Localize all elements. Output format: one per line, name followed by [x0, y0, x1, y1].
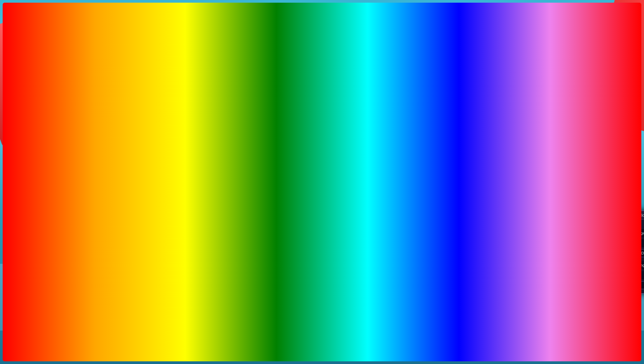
left-panel-title: Atomic HUB | Blox FruitFruit | UPDATE 18 [98, 214, 173, 219]
ping-label: Ping : 115.061 (16%CV) [147, 224, 187, 228]
right-nav-dungeon[interactable]: Dungeon [586, 252, 610, 258]
left-panel-version: Version | Free [192, 215, 215, 219]
right-nav-main[interactable]: Main [586, 222, 610, 228]
mascot-circle: 😈 [434, 160, 494, 220]
left-nav-esp[interactable]: ESP [73, 264, 97, 270]
game-thumbnail: 🌀 BLOX FRUITS [564, 264, 631, 331]
left-nav-warp[interactable]: Warp [73, 244, 97, 250]
right-toggle-label-0: Auto Farm Dungeon [616, 231, 644, 235]
select-chips-container: Select Chips : Dough [614, 249, 644, 259]
wait-dungeon-label: Wait For Dungeon [614, 222, 644, 226]
left-nav-main[interactable]: Main [73, 224, 97, 230]
auto-farm-label: AUTO FARM [98, 312, 316, 354]
bottom-text: AUTO FARM SCRIPT PASTEBIN [0, 312, 644, 354]
refresh-weapon-button[interactable]: Refresh Weapon [101, 296, 215, 304]
toggle-0[interactable] [201, 241, 213, 246]
right-panel-title: Atomic HUB | Blox FruitFruit | UPDATE 18 [614, 213, 644, 218]
toggle-label-3: White Screen [103, 271, 125, 276]
main-title: BLOX FRUITS [0, 6, 644, 60]
left-nav-misc[interactable]: Misc [73, 274, 97, 280]
android-label: ANDROID [37, 170, 169, 203]
fps-label: Fps : 60 [129, 224, 142, 228]
fps-ping-row: Fps : 60 Ping : 115.061 (16%CV) [101, 223, 215, 230]
select-weapon-label: Select Weapon : [101, 280, 215, 284]
mascot: 😈 [434, 160, 494, 220]
select-weapon-dropdown[interactable] [101, 285, 215, 293]
mobile-android-section: MOBILE ✓ ANDROID ✓ [37, 134, 198, 204]
mobile-label: MOBILE [37, 135, 147, 168]
right-nav-stats[interactable]: Stats [586, 232, 610, 238]
toggle-2[interactable] [201, 261, 213, 266]
left-nav-devil-fruit[interactable]: Devil Fruit [73, 254, 97, 260]
thumb-label: BLOX FRUITS [565, 315, 629, 329]
select-chips-dropdown[interactable]: Select Chips : Dough [614, 249, 644, 257]
right-toggle-label-1: Auto Awakener [616, 241, 641, 245]
left-panel-close[interactable]: ✕ [75, 214, 78, 219]
right-nav-bounty[interactable]: Bounty [586, 242, 610, 248]
toggle-label-1: Bring Monster [103, 251, 126, 255]
left-panel-titlebar: ✕ Atomic HUB | Blox FruitFruit | UPDATE … [72, 212, 218, 221]
right-toggle-row-0: Auto Farm Dungeon [614, 229, 644, 237]
left-panel-wrapper: ✕ Atomic HUB | Blox FruitFruit | UPDATE … [33, 104, 39, 109]
toggle-row-2: Flast Attack V0.1 [101, 259, 215, 267]
title-fruits: FRUITS [307, 6, 480, 60]
right-panel-titlebar: ✕ Atomic HUB | Blox FruitFruit | UPDATE … [585, 211, 644, 220]
toggle-3[interactable] [201, 271, 213, 276]
toggle-label-0: Auto SetSpawn Point [103, 241, 138, 245]
left-panel-nav: Main Stats Warp Devil Fruit ESP Misc [72, 221, 99, 308]
right-toggle-row-1: Auto Awakener [614, 239, 644, 247]
pastebin-label: PASTEBIN [421, 319, 546, 347]
fluxus-badge: FLUXUS HYDROGEN [508, 97, 583, 131]
left-panel-main: Main Stats Warp Devil Fruit ESP Misc Fps… [72, 221, 218, 308]
toggle-row-1: Bring Monster [101, 249, 215, 257]
checkmark1: ✓ [150, 134, 176, 169]
thumb-blox: BLOX [565, 317, 629, 323]
toggle-row-0: Auto SetSpawn Point [101, 239, 215, 247]
script-label: SCRIPT [323, 319, 414, 347]
thumb-fruits: FRUITS [565, 323, 629, 328]
toggle-1[interactable] [201, 251, 213, 256]
toggle-row-3: White Screen [101, 269, 215, 278]
settings-title: Settings [101, 232, 215, 237]
select-weapon-container: Select Weapon : [101, 280, 215, 295]
right-panel-close[interactable]: ✕ [587, 213, 591, 218]
left-panel: ✕ Atomic HUB | Blox FruitFruit | UPDATE … [71, 212, 218, 309]
left-nav-stats[interactable]: Stats [73, 234, 97, 240]
toggle-label-2: Flast Attack V0.1 [103, 261, 131, 265]
left-panel-content: Fps : 60 Ping : 115.061 (16%CV) Settings… [99, 221, 218, 308]
title-blox: BLOX [165, 6, 297, 60]
android-text: ANDROID ✓ [37, 169, 198, 204]
fluxus-line2: HYDROGEN [514, 113, 576, 127]
mobile-text: MOBILE ✓ [37, 134, 198, 169]
